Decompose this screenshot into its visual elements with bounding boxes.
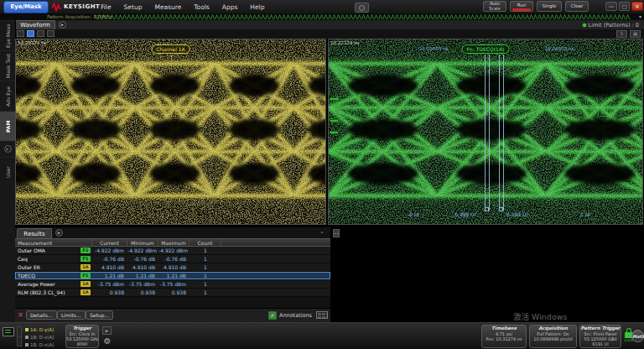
sidebar-tab-eye-meas[interactable]: Eye Meas <box>0 20 15 50</box>
table-row[interactable]: TDECQF11.21 dB1.21 dB1.21 dB1 <box>15 272 330 280</box>
tdecq-window-line[interactable] <box>489 55 490 211</box>
export-icon[interactable]: ⇩ <box>616 30 627 38</box>
annotations-label: Annotations <box>279 312 312 319</box>
minimum-value: 4.910 dB <box>127 263 158 271</box>
sidebar-history-button[interactable]: ▸ <box>4 145 12 153</box>
minimum-value: 1.21 dB <box>127 272 158 279</box>
screenshot-camera-icon[interactable] <box>355 3 369 13</box>
display-monitor-icon[interactable] <box>3 327 14 336</box>
table-row[interactable]: Outer OMAF1-4.922 dBm-4.922 dBm-4.922 dB… <box>15 247 330 255</box>
run-stop-button[interactable]: Run <box>510 1 533 12</box>
tdecq-window-line[interactable] <box>503 55 504 211</box>
gear-icon[interactable]: ⚙ <box>101 336 113 347</box>
annotations-toggle[interactable]: ✓ Annotations <box>268 311 312 320</box>
auto-scale-button[interactable]: Auto Scale <box>483 1 506 12</box>
tdecq-function-badge[interactable]: Fn: TDECQ(1A) <box>462 44 510 54</box>
results-menu-button[interactable]: ▶ <box>55 229 63 237</box>
statusbar-play-icon[interactable]: ▶ <box>102 326 112 335</box>
results-collapse-button[interactable]: ⌄ <box>317 228 327 237</box>
menu-file[interactable]: File <box>101 3 112 11</box>
pattern-waveform-preview <box>94 13 632 20</box>
pattern-trigger-title: Pattern Trigger <box>580 326 621 331</box>
table-row[interactable]: CeqF1-0.76 dB-0.76 dB-0.76 dB1 <box>15 255 330 263</box>
menu-setup[interactable]: Setup <box>124 3 143 11</box>
tab-results[interactable]: Results <box>17 228 52 238</box>
pam-level-marker <box>330 98 338 100</box>
sidebar-tab-pam[interactable]: PAM <box>0 111 15 141</box>
display-mode-3-button[interactable] <box>37 30 44 37</box>
measurement-name-cell: Outer OMAF1 <box>15 247 92 254</box>
restore-button[interactable]: □ <box>619 2 630 11</box>
channel-source-badge[interactable]: Channel 1A <box>151 44 190 54</box>
table-row[interactable]: Average Power1A-3.75 dBm-3.75 dBm-3.75 d… <box>15 280 330 289</box>
eye-panel-tdecq[interactable]: 10.21374 ns 10.02675 ns Fn: TDECQ(1A) 10… <box>328 39 643 225</box>
current-value: -0.76 dB <box>92 255 127 263</box>
menu-measure[interactable]: Measure <box>154 3 181 11</box>
display-mode-4-button[interactable] <box>47 30 55 37</box>
measurement-name-cell: CeqF1 <box>15 255 92 263</box>
source-badge: 1A <box>80 289 91 295</box>
waveform-tab-menu-button[interactable]: ▶ <box>59 21 66 29</box>
windows-activation-watermark: 激活 Windows <box>513 310 567 322</box>
ui-marker-handle[interactable] <box>499 207 503 211</box>
setup-button[interactable]: Setup... <box>86 310 113 320</box>
tdecq-window-line[interactable] <box>499 55 500 211</box>
results-table: MeasurementCurrentMinimumMaximumCountOut… <box>15 238 330 297</box>
filler-cell <box>221 247 330 254</box>
math-button[interactable]: Math <box>631 330 644 342</box>
ui-axis-label: 1 UI <box>580 211 590 217</box>
ui-marker-handle[interactable] <box>485 207 489 211</box>
right-window-time: 10.04555 ns <box>545 46 574 51</box>
signal-list-item[interactable]: 1B: D-x(A) <box>25 341 64 348</box>
menu-help[interactable]: Help <box>250 3 264 11</box>
column-header: Minimum <box>127 239 158 246</box>
details-button[interactable]: Details... <box>26 310 57 320</box>
minimize-button[interactable]: — <box>605 2 617 11</box>
menu-tools[interactable]: Tools <box>194 3 209 11</box>
measurement-name-cell: Outer ER1A <box>15 263 92 271</box>
tab-waveform[interactable]: Waveform <box>15 20 55 29</box>
print-icon[interactable]: ▤ <box>630 30 641 38</box>
grid-layout-icon[interactable] <box>316 311 328 319</box>
acquisition-panel[interactable]: Acquisition Full Pattern: On 10.0899998 … <box>529 325 577 348</box>
results-header-row: MeasurementCurrentMinimumMaximumCount <box>15 238 330 247</box>
sidebar-tab-mask-test[interactable]: Mask Test <box>0 50 15 81</box>
ui-axis-label: 0 UI <box>409 211 419 217</box>
current-value: -4.922 dBm <box>92 247 127 254</box>
sidebar-tab-adv-eye[interactable]: Adv Eye <box>0 81 15 111</box>
results-close-icon[interactable]: × <box>18 311 23 320</box>
table-row[interactable]: Outer ER1A4.910 dB4.910 dB4.910 dB1 <box>15 263 330 272</box>
pattern-trigger-panel[interactable]: Pattern Trigger Src: Front Panel 53.1250… <box>579 325 621 348</box>
table-row[interactable]: RLM (802.3 CL_94)1A0.9380.9380.9381 <box>15 289 330 297</box>
maximum-value: 1.21 dB <box>158 272 190 279</box>
single-button[interactable]: Single <box>537 1 562 12</box>
clear-button[interactable]: Clear <box>565 1 589 12</box>
source-badge: F1 <box>80 256 91 262</box>
filler-cell <box>221 255 330 263</box>
display-mode-1-button[interactable] <box>17 30 24 37</box>
annotations-checkbox[interactable]: ✓ <box>268 311 277 320</box>
measurement-name-cell: Average Power1A <box>15 280 92 288</box>
left-window-time: 10.02675 ns <box>419 46 448 51</box>
limits-button[interactable]: Limits... <box>57 310 86 320</box>
trigger-panel[interactable]: Trigger Src: Clock In 53.125000 GHz 8090 <box>65 325 99 348</box>
signal-list-item[interactable]: 1B: D-x(A) <box>25 333 64 341</box>
strip-dropdown-caret[interactable]: ▾ <box>639 13 641 20</box>
close-button[interactable]: × <box>631 2 643 11</box>
eye-mask-mode-button[interactable]: Eye/Mask <box>3 1 49 13</box>
menu-apps[interactable]: Apps <box>222 3 238 11</box>
count-value: 1 <box>190 272 221 279</box>
channel-list-scroll-left[interactable]: ‹ <box>17 326 22 346</box>
splitter-handle[interactable]: ∙∙ <box>333 229 340 237</box>
tdecq-window-line[interactable] <box>485 55 486 211</box>
eye-panel-channel[interactable]: 10.21374 ns Channel 1A <box>15 39 326 225</box>
signal-list-item[interactable]: 1A: D-y(A) <box>25 326 64 333</box>
results-footer: × Details... Limits... Setup... ✓ Annota… <box>15 308 330 322</box>
stop-indicator <box>512 8 531 11</box>
current-value: -3.75 dBm <box>92 280 127 288</box>
timebase-panel[interactable]: Timebase 4.71 ps/ Pos: 10.31274 ns <box>481 325 527 348</box>
display-mode-2-button[interactable] <box>27 30 34 37</box>
sidebar-tab-user[interactable]: User <box>0 157 15 187</box>
acquisition-title: Acquisition <box>530 326 576 331</box>
right-panel-time-label: 10.21374 ns <box>330 40 359 45</box>
